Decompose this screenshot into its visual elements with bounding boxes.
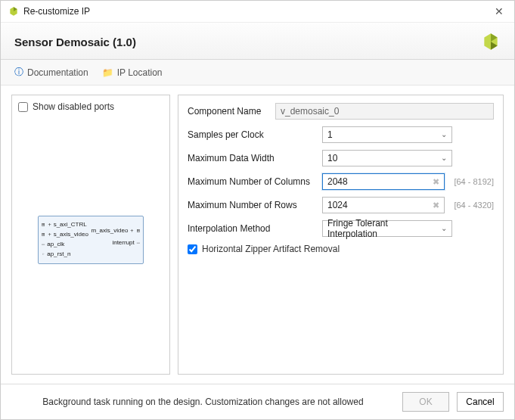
cancel-button[interactable]: Cancel: [457, 392, 504, 412]
zipper-row: Horizontal Zipper Artifact Removal: [188, 244, 494, 254]
max-rows-value: 1024: [327, 200, 348, 210]
ok-button: OK: [402, 392, 449, 412]
footer: Background task running on the design. C…: [1, 384, 514, 419]
max-data-width-row: Maximum Data Width 10 ⌄: [188, 150, 494, 166]
status-message: Background task running on the design. C…: [11, 397, 395, 407]
ip-location-link[interactable]: 📁 IP Location: [102, 67, 163, 78]
max-rows-label: Maximum Number of Rows: [188, 200, 316, 210]
samples-per-clock-value: 1: [327, 129, 333, 140]
max-cols-label: Maximum Number of Columns: [188, 176, 316, 187]
ip-title: Sensor Demosaic (1.0): [14, 36, 481, 48]
ip-block-diagram: ⊞ +s_axi_CTRL ⊞ +s_axis_video —ap_clk ◦a…: [18, 112, 163, 368]
ports-panel: Show disabled ports ⊞ +s_axi_CTRL ⊞ +s_a…: [11, 95, 170, 375]
max-cols-row: Maximum Number of Columns 2048 ✖ [64 - 8…: [188, 173, 494, 190]
max-rows-range: [64 - 4320]: [454, 201, 494, 210]
vendor-logo-icon: [481, 32, 501, 51]
component-name-row: Component Name: [188, 103, 494, 120]
folder-icon: 📁: [102, 67, 113, 78]
clear-icon[interactable]: ✖: [431, 177, 440, 186]
max-cols-range: [64 - 8192]: [454, 177, 494, 186]
clear-icon[interactable]: ✖: [431, 201, 440, 210]
zipper-checkbox[interactable]: Horizontal Zipper Artifact Removal: [188, 244, 340, 254]
window-title: Re-customize IP: [23, 6, 492, 17]
max-cols-field[interactable]: 2048 ✖: [322, 173, 445, 190]
chevron-down-icon: ⌄: [441, 154, 447, 162]
max-data-width-select[interactable]: 10 ⌄: [322, 150, 452, 166]
samples-per-clock-row: Samples per Clock 1 ⌄: [188, 126, 494, 143]
body: Show disabled ports ⊞ +s_axi_CTRL ⊞ +s_a…: [1, 86, 514, 384]
header: Sensor Demosaic (1.0): [1, 23, 514, 60]
info-icon: ⓘ: [14, 66, 23, 79]
config-panel: Component Name Samples per Clock 1 ⌄ Max…: [178, 95, 504, 375]
ip-location-label: IP Location: [117, 67, 163, 78]
max-cols-value: 2048: [327, 176, 348, 187]
component-name-field[interactable]: [275, 103, 494, 120]
max-data-width-value: 10: [327, 153, 337, 163]
zipper-label: Horizontal Zipper Artifact Removal: [202, 244, 340, 254]
samples-per-clock-select[interactable]: 1 ⌄: [322, 126, 452, 143]
interp-method-row: Interpolation Method Fringe Tolerant Int…: [188, 220, 494, 237]
interp-method-value: Fringe Tolerant Interpolation: [327, 218, 436, 239]
show-disabled-ports-input[interactable]: [18, 102, 28, 112]
zipper-checkbox-input[interactable]: [188, 244, 197, 254]
port-s-axi-ctrl: ⊞ +s_axi_CTRL: [42, 221, 87, 228]
port-ap-rst-n: ◦ap_rst_n: [42, 250, 70, 257]
port-s-axis-video: ⊞ +s_axis_video: [42, 231, 88, 238]
documentation-label: Documentation: [27, 67, 88, 78]
samples-per-clock-label: Samples per Clock: [188, 129, 316, 140]
app-icon: [8, 6, 19, 17]
interp-method-label: Interpolation Method: [188, 223, 316, 234]
port-interrupt: interrupt—: [112, 239, 140, 246]
port-m-axis-video: m_axis_video+ ⊞: [91, 227, 140, 234]
dialog-window: Re-customize IP ✕ Sensor Demosaic (1.0) …: [0, 0, 515, 420]
chevron-down-icon: ⌄: [441, 224, 447, 232]
max-data-width-label: Maximum Data Width: [188, 153, 316, 163]
show-disabled-ports-label: Show disabled ports: [33, 101, 114, 112]
interp-method-select[interactable]: Fringe Tolerant Interpolation ⌄: [322, 220, 452, 237]
port-ap-clk: —ap_clk: [42, 241, 64, 247]
titlebar: Re-customize IP ✕: [1, 1, 514, 23]
ip-block: ⊞ +s_axi_CTRL ⊞ +s_axis_video —ap_clk ◦a…: [38, 216, 144, 264]
link-bar: ⓘ Documentation 📁 IP Location: [1, 60, 514, 86]
component-name-label: Component Name: [188, 106, 269, 117]
show-disabled-ports-checkbox[interactable]: Show disabled ports: [18, 101, 163, 112]
max-rows-field[interactable]: 1024 ✖: [322, 197, 445, 213]
documentation-link[interactable]: ⓘ Documentation: [14, 66, 88, 79]
max-rows-row: Maximum Number of Rows 1024 ✖ [64 - 4320…: [188, 197, 494, 213]
chevron-down-icon: ⌄: [441, 130, 447, 138]
close-icon[interactable]: ✕: [492, 5, 507, 17]
